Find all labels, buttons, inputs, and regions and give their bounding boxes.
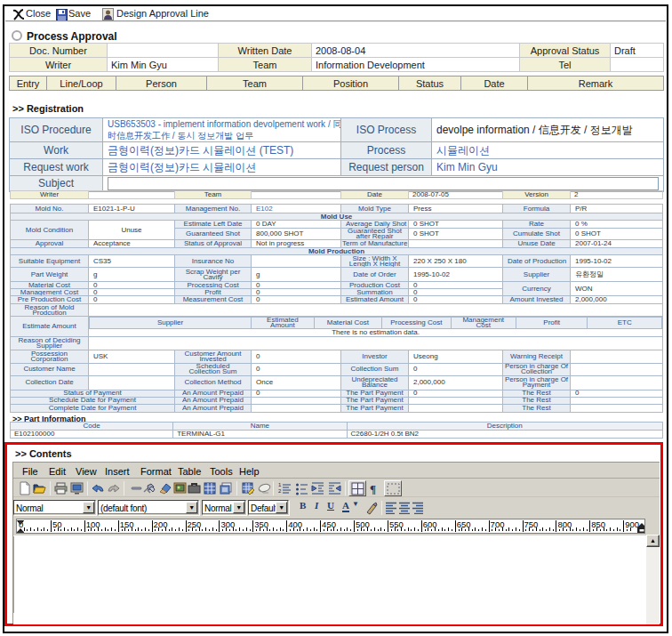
svg-text:1: 1 [278, 482, 282, 487]
svg-text:2: 2 [278, 488, 282, 494]
svg-text:¶: ¶ [370, 482, 376, 495]
